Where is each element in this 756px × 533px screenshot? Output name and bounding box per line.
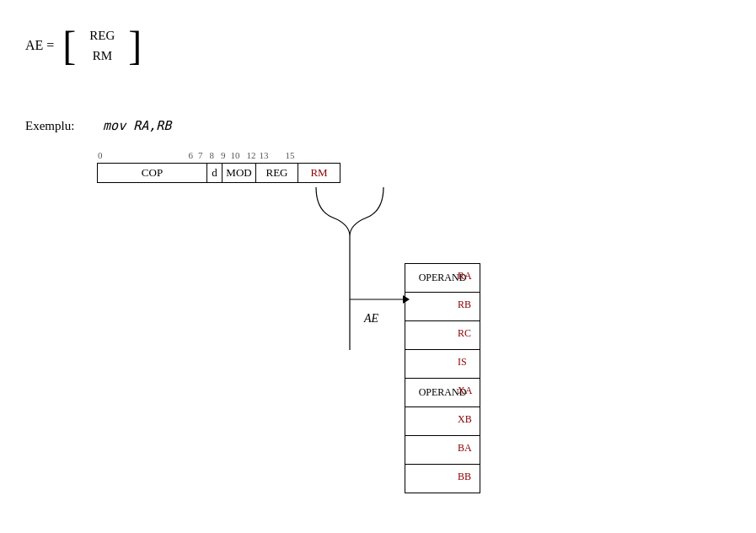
exemplu-section: Exemplu: mov RA,RB	[25, 118, 171, 133]
bit-13: 13	[260, 150, 269, 160]
reg-text: REG	[89, 25, 115, 46]
field-rm: RM	[298, 164, 340, 183]
rm-text: RM	[93, 46, 112, 66]
reg-label-xb: XB	[451, 405, 472, 433]
field-cop: COP	[98, 164, 207, 183]
reg-label-bb: BB	[451, 462, 472, 491]
exemplu-label: Exemplu:	[25, 119, 74, 132]
right-bracket: ]	[128, 25, 142, 66]
field-d: d	[207, 164, 223, 183]
register-labels: RA RB RC IS XA XB BA BB	[451, 261, 472, 491]
exemplu-instruction: mov RA,RB	[103, 118, 171, 133]
field-mod: MOD	[223, 164, 256, 183]
bit-8: 8	[210, 150, 215, 160]
left-bracket: [	[62, 25, 76, 66]
bit-6: 6	[189, 150, 194, 160]
bracket-content: REG RM	[81, 24, 123, 67]
reg-label-rc: RC	[451, 319, 472, 347]
bit-0: 0	[98, 150, 103, 160]
bit-numbers-row: 0 6 7 8 9 10 12 13 15	[98, 150, 376, 160]
reg-label-ba: BA	[451, 433, 472, 462]
bit-15: 15	[286, 150, 295, 160]
main-container: AE = [ REG RM ] Exemplu: mov RA,RB 0 6 7…	[0, 0, 756, 533]
field-reg: REG	[256, 164, 298, 183]
reg-label-is: IS	[451, 347, 472, 376]
instruction-format-table: COP d MOD REG RM	[97, 163, 340, 183]
bit-9: 9	[221, 150, 226, 160]
bit-12: 12	[247, 150, 256, 160]
bit-10: 10	[231, 150, 240, 160]
reg-label-rb: RB	[451, 290, 472, 319]
bit-7: 7	[198, 150, 203, 160]
ae-arrow-label: AE	[364, 312, 378, 326]
ae-definition: AE = [ REG RM ]	[25, 24, 142, 67]
ae-equals-label: AE =	[25, 38, 54, 53]
svg-connectors	[0, 0, 756, 533]
reg-label-ra: RA	[451, 261, 472, 290]
reg-label-xa: XA	[451, 376, 472, 405]
